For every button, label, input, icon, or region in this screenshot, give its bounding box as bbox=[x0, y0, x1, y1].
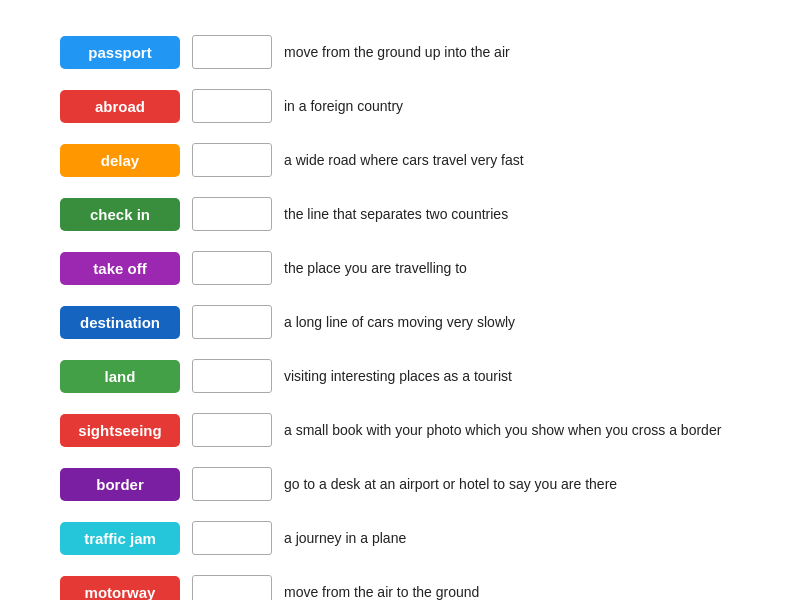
word-button-motorway[interactable]: motorway bbox=[60, 576, 180, 601]
answer-input-delay[interactable] bbox=[192, 143, 272, 177]
match-row-sightseeing: sightseeinga small book with your photo … bbox=[60, 408, 740, 452]
answer-input-destination[interactable] bbox=[192, 305, 272, 339]
definition-text-passport: move from the ground up into the air bbox=[284, 43, 740, 62]
answer-input-passport[interactable] bbox=[192, 35, 272, 69]
definition-text-delay: a wide road where cars travel very fast bbox=[284, 151, 740, 170]
definition-text-traffic-jam: a journey in a plane bbox=[284, 529, 740, 548]
word-button-land[interactable]: land bbox=[60, 360, 180, 393]
match-row-take-off: take offthe place you are travelling to bbox=[60, 246, 740, 290]
match-row-delay: delaya wide road where cars travel very … bbox=[60, 138, 740, 182]
word-button-abroad[interactable]: abroad bbox=[60, 90, 180, 123]
word-button-passport[interactable]: passport bbox=[60, 36, 180, 69]
match-row-abroad: abroadin a foreign country bbox=[60, 84, 740, 128]
definition-text-land: visiting interesting places as a tourist bbox=[284, 367, 740, 386]
match-row-motorway: motorwaymove from the air to the ground bbox=[60, 570, 740, 600]
match-exercise: passportmove from the ground up into the… bbox=[60, 30, 740, 600]
answer-input-traffic-jam[interactable] bbox=[192, 521, 272, 555]
match-row-land: landvisiting interesting places as a tou… bbox=[60, 354, 740, 398]
word-button-traffic-jam[interactable]: traffic jam bbox=[60, 522, 180, 555]
match-row-check-in: check inthe line that separates two coun… bbox=[60, 192, 740, 236]
definition-text-destination: a long line of cars moving very slowly bbox=[284, 313, 740, 332]
definition-text-border: go to a desk at an airport or hotel to s… bbox=[284, 475, 740, 494]
match-row-destination: destinationa long line of cars moving ve… bbox=[60, 300, 740, 344]
match-row-traffic-jam: traffic jama journey in a plane bbox=[60, 516, 740, 560]
word-button-sightseeing[interactable]: sightseeing bbox=[60, 414, 180, 447]
match-row-passport: passportmove from the ground up into the… bbox=[60, 30, 740, 74]
definition-text-check-in: the line that separates two countries bbox=[284, 205, 740, 224]
definition-text-motorway: move from the air to the ground bbox=[284, 583, 740, 600]
word-button-delay[interactable]: delay bbox=[60, 144, 180, 177]
word-button-destination[interactable]: destination bbox=[60, 306, 180, 339]
match-row-border: bordergo to a desk at an airport or hote… bbox=[60, 462, 740, 506]
answer-input-take-off[interactable] bbox=[192, 251, 272, 285]
definition-text-abroad: in a foreign country bbox=[284, 97, 740, 116]
definition-text-sightseeing: a small book with your photo which you s… bbox=[284, 421, 740, 440]
word-button-take-off[interactable]: take off bbox=[60, 252, 180, 285]
answer-input-abroad[interactable] bbox=[192, 89, 272, 123]
definition-text-take-off: the place you are travelling to bbox=[284, 259, 740, 278]
answer-input-border[interactable] bbox=[192, 467, 272, 501]
word-button-check-in[interactable]: check in bbox=[60, 198, 180, 231]
answer-input-check-in[interactable] bbox=[192, 197, 272, 231]
answer-input-sightseeing[interactable] bbox=[192, 413, 272, 447]
word-button-border[interactable]: border bbox=[60, 468, 180, 501]
answer-input-land[interactable] bbox=[192, 359, 272, 393]
answer-input-motorway[interactable] bbox=[192, 575, 272, 600]
